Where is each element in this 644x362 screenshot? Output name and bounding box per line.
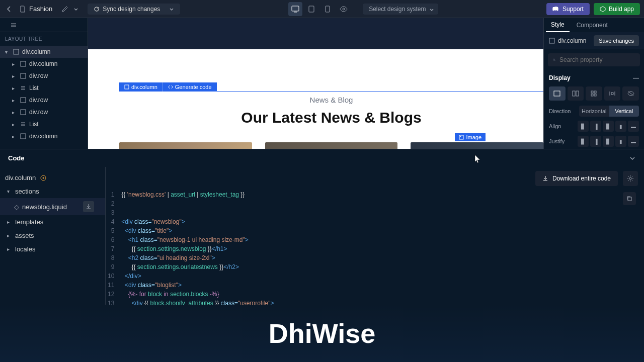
code-tree-templates[interactable]: ▸templates [0, 215, 105, 229]
build-label: Build app [609, 6, 634, 13]
display-grid-button[interactable] [586, 86, 602, 101]
chevron-right-icon: ▸ [12, 98, 17, 103]
tablet-preview-button[interactable] [304, 2, 318, 16]
chevron-down-icon [169, 7, 174, 12]
sync-button[interactable]: Sync design changes [88, 4, 180, 15]
build-button[interactable]: Build app [594, 3, 640, 15]
chevron-right-icon: ▸ [12, 134, 17, 139]
blog-image[interactable] [265, 142, 398, 149]
support-button[interactable]: Support [546, 3, 590, 15]
image-icon [459, 135, 464, 140]
selected-element: div.column [549, 37, 586, 44]
code-tree-label: templates [15, 218, 43, 226]
generate-code-button[interactable]: Generate code [163, 82, 217, 92]
desktop-preview-button[interactable] [288, 2, 302, 16]
code-tree-locales[interactable]: ▸locales [0, 242, 105, 256]
justify-between[interactable]: ▮ [615, 136, 626, 147]
tree-item[interactable]: ▸div.row [0, 70, 88, 82]
download-code-button[interactable]: Download entire code [535, 171, 618, 186]
justify-start[interactable]: ▊ [578, 136, 589, 147]
back-button[interactable] [4, 4, 14, 14]
copy-code-button[interactable] [623, 192, 636, 205]
display-block-button[interactable] [549, 86, 566, 101]
image-tag-label: Image [466, 134, 481, 140]
code-tree-label: locales [15, 245, 35, 253]
save-changes-button[interactable]: Save changes [594, 35, 639, 46]
download-file-icon[interactable] [83, 201, 94, 212]
mobile-preview-button[interactable] [320, 2, 335, 16]
svg-rect-8 [21, 110, 26, 115]
properties-panel: Style Component div.column Save changes … [543, 18, 644, 149]
layers-icon[interactable] [10, 22, 17, 29]
code-tree-newsblog[interactable]: ◇newsblog.liquid [0, 198, 105, 215]
sync-label: Sync design changes [103, 6, 160, 13]
tree-item[interactable]: ▸div.row [0, 106, 88, 118]
svg-point-23 [43, 177, 44, 178]
align-end[interactable]: ▊ [603, 121, 614, 132]
file-tab[interactable]: Fashion [19, 5, 52, 13]
tree-item-label: div.column [29, 60, 57, 67]
svg-point-24 [629, 177, 631, 179]
property-search[interactable] [548, 53, 640, 66]
direction-horizontal[interactable]: Horizontal [579, 106, 609, 117]
code-settings-button[interactable] [623, 171, 638, 186]
column-icon [20, 133, 26, 139]
blog-image[interactable] [119, 142, 252, 149]
tab-component[interactable]: Component [572, 19, 613, 32]
list-icon [20, 121, 26, 127]
list-icon [20, 85, 26, 91]
tree-item-label: List [29, 121, 39, 128]
canvas[interactable]: div.column Generate code Image News & Bl… [88, 18, 543, 149]
svg-rect-10 [125, 85, 129, 89]
collapse-icon[interactable]: — [633, 74, 639, 81]
justify-end[interactable]: ▊ [603, 136, 614, 147]
file-dropdown[interactable] [73, 7, 78, 12]
device-preview-group: Select design system [184, 2, 542, 16]
tree-root[interactable]: ▾ div.column [0, 46, 88, 58]
align-baseline[interactable]: ▬ [628, 121, 639, 132]
svg-rect-25 [628, 197, 631, 201]
download-code-label: Download entire code [552, 175, 611, 182]
property-search-input[interactable] [559, 56, 635, 63]
justify-center[interactable]: ▐ [590, 136, 601, 147]
line-numbers: 1234567891011121314 [108, 190, 121, 317]
selected-element-tag[interactable]: div.column [119, 82, 163, 92]
topbar: Fashion Sync design changes Select desig… [0, 0, 644, 18]
blog-image[interactable] [411, 142, 543, 149]
code-editor[interactable]: 1234567891011121314 {{ 'newsblog.css' | … [106, 190, 644, 317]
tree-item[interactable]: ▸div.row [0, 94, 88, 106]
svg-rect-18 [591, 91, 593, 93]
target-icon[interactable] [40, 174, 47, 182]
layout-tree-header: LAYOUT TREE [0, 32, 88, 46]
preview-eye-button[interactable] [337, 2, 351, 16]
align-center[interactable]: ▐ [590, 121, 601, 132]
align-start[interactable]: ▊ [578, 121, 589, 132]
align-row: Align ▊ ▐ ▊ ▮ ▬ [549, 121, 639, 132]
row-icon [20, 109, 26, 115]
tab-style[interactable]: Style [546, 18, 570, 32]
tree-item[interactable]: ▸div.column [0, 58, 88, 70]
image-element-tag[interactable]: Image [455, 133, 486, 141]
direction-vertical[interactable]: Vertical [609, 106, 639, 117]
display-type-row [549, 86, 639, 101]
canvas-title: Our Latest News & Blogs [119, 109, 543, 126]
align-stretch[interactable]: ▮ [615, 121, 626, 132]
display-none-button[interactable] [622, 86, 639, 101]
design-system-select[interactable]: Select design system [363, 4, 438, 15]
panel-toolbar [0, 18, 88, 32]
edit-icon[interactable] [61, 6, 68, 13]
topbar-right: Support Build app [546, 3, 640, 15]
tree-item[interactable]: ▸List [0, 82, 88, 94]
chevron-down-icon[interactable] [629, 155, 636, 162]
tree-item-label: div.row [29, 72, 48, 79]
justify-label: Justify [549, 138, 574, 144]
tree-item[interactable]: ▸List [0, 118, 88, 130]
display-inline-button[interactable] [604, 86, 621, 101]
display-flex-button[interactable] [568, 86, 584, 101]
generate-code-label: Generate code [175, 84, 212, 90]
search-icon [553, 57, 555, 63]
code-tree-assets[interactable]: ▸assets [0, 229, 105, 242]
justify-around[interactable]: ▬ [628, 136, 639, 147]
code-tree-sections[interactable]: ▾sections [0, 185, 105, 198]
tree-item[interactable]: ▸div.column [0, 130, 88, 142]
